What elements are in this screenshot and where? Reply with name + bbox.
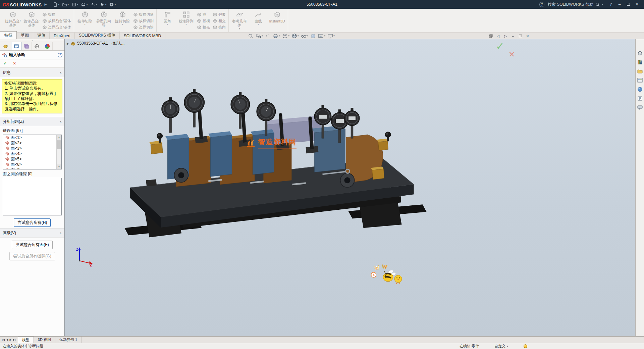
confirm-accept-button[interactable]: ✓ [496,41,504,51]
document-breadcrumb[interactable]: ▶ 55003563-CF-A1 （默认... [67,41,124,46]
heal-all-gaps-button[interactable]: 尝试愈合所有缝隙(G) [9,252,55,260]
panel-cancel-button[interactable]: ✕ [13,61,16,66]
scroll-track[interactable] [57,140,61,164]
zoom-fit-button[interactable] [247,33,254,39]
file-explorer-icon[interactable] [637,68,643,74]
face-item[interactable]: 面<1> [3,135,56,140]
reference-geometry-button[interactable]: 参考几何体 ▾ [230,9,249,32]
heal-all-button[interactable]: 尝试愈合所有(H) [14,218,51,227]
face-item[interactable]: 面<6> [3,162,56,167]
analyze-section-header[interactable]: 分析问题(Z) ∧ [0,117,64,126]
loft-boss-button[interactable]: 放样凸台/基体 [42,18,71,23]
maximize-button[interactable] [624,1,633,8]
help-bubble-icon[interactable]: ? [539,2,544,7]
print-button[interactable]: ▾ [80,2,89,7]
confirm-cancel-button[interactable]: ✕ [508,51,515,58]
revolve-boss-button[interactable]: 旋转凸台/基体 [22,9,41,32]
view-palette-icon[interactable] [637,77,643,83]
first-tab-button[interactable]: |◀ [2,338,5,341]
scroll-down-icon[interactable]: ▼ [57,164,61,169]
property-manager-tab[interactable] [11,42,21,50]
customize-menu[interactable]: 自定义 ▾ [494,344,508,349]
save-button[interactable]: ▾ [71,2,79,7]
rib-button[interactable]: 筋 [197,12,210,17]
shell-button[interactable]: 抽壳 [197,25,210,30]
view-orientation-button[interactable]: ▾ [281,33,290,39]
apply-scene-button[interactable]: ▾ [317,33,326,39]
tab-dimxpert[interactable]: DimXpert [50,33,75,39]
status-ball-icon[interactable] [524,344,527,348]
boundary-boss-button[interactable]: 边界凸台/基体 [42,25,71,30]
curves-button[interactable]: 曲线 ▾ [249,9,267,32]
appearances-icon[interactable] [637,86,643,92]
zoom-area-button[interactable]: ▾ [255,33,264,39]
tree-expand-icon[interactable]: ▶ [67,42,69,45]
model-tab[interactable]: 模型 [18,337,34,343]
motion-study-tab[interactable]: 运动算例 1 [55,337,82,343]
configuration-manager-tab[interactable] [21,42,32,50]
fillet-button[interactable]: 圆角 ▾ [158,9,176,32]
design-library-icon[interactable] [637,59,643,65]
select-button[interactable]: ▾ [99,2,107,7]
3d-views-tab[interactable]: 3D 视图 [34,337,55,343]
face-item[interactable]: 面<4> [3,151,56,156]
faces-list-scrollbar[interactable]: ▲ ▼ [56,135,61,169]
feature-manager-tab[interactable] [1,42,11,50]
open-document-button[interactable]: ▾ [61,2,70,7]
graphics-area[interactable]: ▶ 55003563-CF-A1 （默认... ✓ ✕ 智 [65,39,635,336]
face-item[interactable]: 面<3> [3,146,56,151]
tab-sketch[interactable]: 草图 [17,32,33,39]
revolved-cut-button[interactable]: 旋转切除 ▾ [113,9,131,32]
swept-cut-button[interactable]: 扫描切除 [133,12,154,17]
faulty-faces-list[interactable]: 面<1> 面<2> 面<3> 面<4> 面<5> 面<6> 面<7> ▲ ▼ [3,135,62,169]
window-cascade-icon[interactable] [488,33,493,39]
face-item[interactable]: 面<5> [3,156,56,162]
panel-collapse-handle[interactable]: ∧ [0,39,64,42]
panel-help-icon[interactable]: ? [58,53,62,57]
close-button[interactable]: ✕ [633,1,641,8]
extruded-cut-button[interactable]: 拉伸切除 ▾ [76,9,94,32]
last-tab-button[interactable]: ▶| [13,338,16,341]
app-help-button[interactable]: ? [606,1,615,8]
section-view-button[interactable]: ▾ [272,33,281,39]
info-section-header[interactable]: 信息 ∧ [0,68,64,77]
edit-appearance-button[interactable] [310,33,317,39]
boundary-cut-button[interactable]: 边界切除 [133,25,154,30]
linear-pattern-button[interactable]: 线性阵列 ▾ [177,9,195,32]
minimize-button[interactable]: – [615,1,624,8]
model-3d[interactable] [65,39,635,336]
face-item[interactable]: 面<7> [3,167,56,169]
display-manager-tab[interactable] [42,42,53,50]
doc-minimize-button[interactable]: – [510,33,516,39]
home-icon[interactable] [637,50,643,56]
next-tab-button[interactable]: ▶ [9,338,11,341]
tab-solidworks-addins[interactable]: SOLIDWORKS 插件 [75,32,120,39]
mirror-button[interactable]: 镜向 [213,25,226,30]
instant3d-button[interactable]: Instant3D [268,9,286,32]
next-document-button[interactable]: ▷ [503,33,508,39]
tab-evaluate[interactable]: 评估 [33,32,50,39]
tab-features[interactable]: 特征 [0,31,17,39]
lofted-cut-button[interactable]: 放样切割 [133,18,154,23]
hide-show-items-button[interactable]: ▾ [300,33,309,39]
view-settings-button[interactable]: ▾ [327,33,335,39]
extrude-boss-button[interactable]: 拉伸凸台/基体 [4,9,22,32]
scroll-thumb[interactable] [57,140,61,149]
hole-wizard-button[interactable]: 异型孔向导 [95,9,113,32]
previous-tab-button[interactable]: ◀ [6,338,8,341]
advanced-section-header[interactable]: 高级(V) ∧ [0,228,64,238]
search-help-box[interactable]: 搜索 SOLIDWORKS 帮助 ▾ [548,2,603,7]
custom-properties-icon[interactable] [637,95,643,101]
doc-restore-button[interactable] [518,33,523,39]
undo-button[interactable]: ▾ [90,2,98,7]
face-item[interactable]: 面<2> [3,140,56,146]
wrap-button[interactable]: 包覆 [213,12,226,17]
new-document-button[interactable]: ▾ [52,2,60,7]
doc-close-button[interactable]: ✕ [525,33,530,39]
intersect-button[interactable]: 相交 [213,18,226,23]
forum-icon[interactable] [637,104,643,110]
previous-view-button[interactable] [264,33,271,39]
tab-solidworks-mbd[interactable]: SOLIDWORKS MBD [120,33,165,39]
heal-all-faces-button[interactable]: 尝试愈合所有面(F) [12,241,52,249]
display-style-button[interactable]: ▾ [291,33,300,39]
